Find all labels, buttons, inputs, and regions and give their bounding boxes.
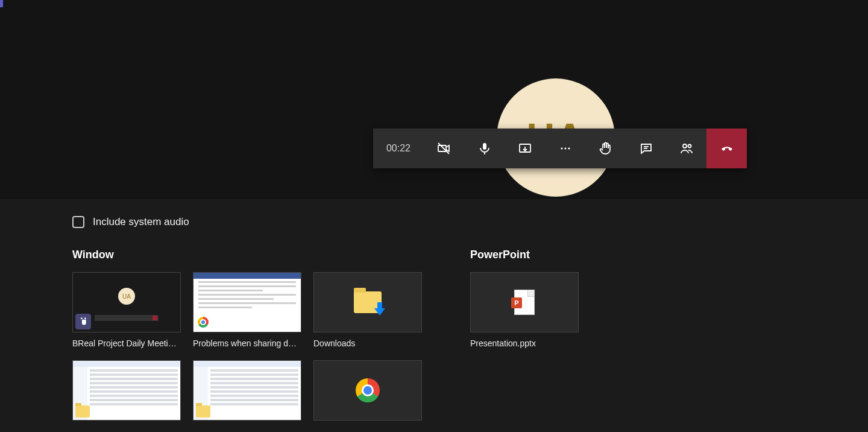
ellipsis-icon [558, 141, 573, 156]
powerpoint-file-icon: P [514, 290, 535, 315]
participants-button[interactable] [666, 129, 706, 168]
call-timer: 00:22 [373, 129, 424, 168]
svg-point-11 [81, 317, 83, 319]
people-icon [679, 141, 694, 156]
call-stage: UA 00:22 [0, 0, 868, 199]
svg-rect-1 [483, 143, 486, 150]
window-thumb-explorer-2[interactable] [193, 360, 301, 427]
svg-point-6 [568, 147, 570, 149]
window-thumb-chrome-blank[interactable] [313, 360, 422, 427]
powerpoint-thumb[interactable]: P Presentation.pptx [470, 272, 579, 348]
window-thumb-label: Problems when sharing d… [193, 338, 301, 348]
window-thumb-teams[interactable]: UA BReal Project Daily Meeti… [72, 272, 181, 348]
window-thumbnails: UA BReal Project Daily Meeti… Problems w… [72, 272, 434, 427]
raise-hand-button[interactable] [585, 129, 626, 168]
chat-icon [639, 141, 653, 156]
app-rail-hint [0, 0, 3, 7]
powerpoint-thumb-label: Presentation.pptx [470, 338, 579, 348]
window-thumb-label: Downloads [313, 338, 422, 348]
window-thumb-chrome-page[interactable]: Problems when sharing d… [193, 272, 301, 348]
folder-app-icon [196, 405, 210, 418]
mic-toggle-button[interactable] [464, 129, 505, 168]
include-system-audio-checkbox[interactable] [72, 216, 84, 228]
window-thumb-label: BReal Project Daily Meeti… [72, 338, 181, 348]
window-thumb-explorer-1[interactable] [72, 360, 181, 427]
include-system-audio-row[interactable]: Include system audio [72, 216, 796, 228]
camera-off-icon [437, 141, 451, 156]
svg-point-12 [84, 317, 86, 319]
more-actions-button[interactable] [545, 129, 585, 168]
hand-icon [599, 141, 613, 156]
share-tray-icon [518, 141, 532, 156]
chat-button[interactable] [626, 129, 666, 168]
svg-point-4 [561, 147, 562, 149]
svg-point-5 [564, 147, 566, 149]
call-toolbar: 00:22 [373, 129, 747, 168]
svg-line-0 [438, 143, 449, 154]
folder-app-icon [75, 405, 90, 418]
powerpoint-section-title: PowerPoint [470, 249, 579, 261]
share-button[interactable] [505, 129, 545, 168]
hangup-icon [720, 141, 734, 156]
teams-app-icon [75, 314, 91, 329]
microphone-icon [477, 141, 492, 156]
powerpoint-section: PowerPoint P Presentation.pptx [470, 249, 579, 427]
window-section: Window UA BReal Project Daily Meeti… Pro… [72, 249, 434, 427]
downloads-folder-icon [354, 291, 382, 313]
window-section-title: Window [72, 249, 434, 261]
svg-point-9 [683, 144, 687, 148]
hangup-button[interactable] [706, 129, 747, 168]
share-panel: Include system audio Window UA BReal Pro… [0, 199, 868, 432]
camera-toggle-button[interactable] [424, 129, 464, 168]
chrome-icon [356, 378, 380, 402]
include-system-audio-label: Include system audio [93, 216, 189, 228]
chrome-app-icon [196, 315, 210, 329]
svg-point-10 [688, 145, 691, 148]
window-thumb-downloads[interactable]: Downloads [313, 272, 422, 348]
